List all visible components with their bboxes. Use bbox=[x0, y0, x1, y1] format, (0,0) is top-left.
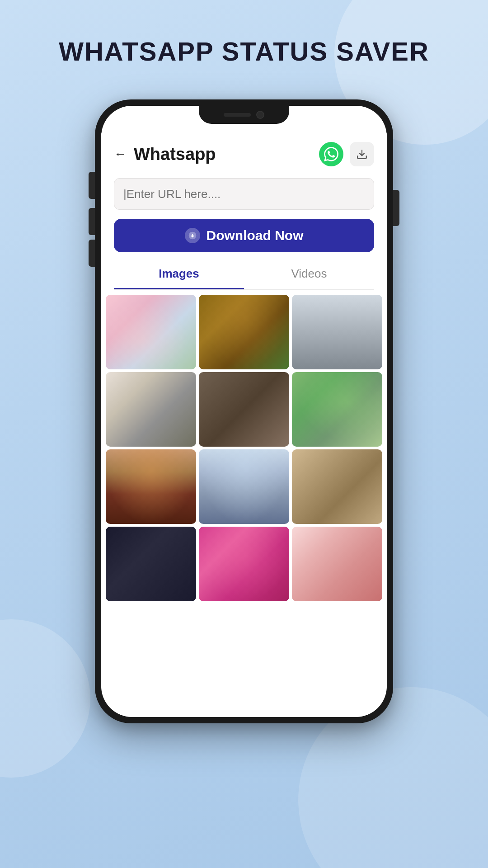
list-item[interactable] bbox=[199, 527, 289, 601]
app-header: ← Whatsapp bbox=[101, 133, 387, 174]
download-tray-icon bbox=[356, 148, 368, 160]
page-title: WHATSAPP STATUS SAVER bbox=[0, 36, 488, 66]
list-item[interactable] bbox=[199, 449, 289, 524]
tab-images[interactable]: Images bbox=[114, 259, 244, 289]
list-item[interactable] bbox=[106, 449, 196, 524]
list-item[interactable] bbox=[292, 372, 382, 447]
tab-videos[interactable]: Videos bbox=[244, 259, 374, 289]
download-now-button[interactable]: Download Now bbox=[114, 219, 374, 252]
app-content: ← Whatsapp bbox=[101, 106, 387, 717]
header-title: Whatsapp bbox=[134, 145, 319, 164]
download-arrow-icon bbox=[188, 231, 197, 240]
back-button[interactable]: ← bbox=[114, 147, 127, 161]
list-item[interactable] bbox=[106, 527, 196, 601]
list-item[interactable] bbox=[292, 527, 382, 601]
list-item[interactable] bbox=[199, 372, 289, 447]
download-tray-button[interactable] bbox=[350, 142, 374, 166]
notch-camera bbox=[256, 111, 264, 119]
notch-speaker bbox=[224, 113, 251, 117]
phone-screen: ← Whatsapp bbox=[101, 106, 387, 717]
list-item[interactable] bbox=[292, 449, 382, 524]
list-item[interactable] bbox=[106, 295, 196, 369]
download-btn-label: Download Now bbox=[206, 228, 304, 243]
image-grid bbox=[101, 290, 387, 601]
download-btn-icon bbox=[185, 228, 200, 243]
bg-decoration-left bbox=[0, 619, 90, 778]
list-item[interactable] bbox=[199, 295, 289, 369]
url-input-container bbox=[101, 174, 387, 214]
list-item[interactable] bbox=[292, 295, 382, 369]
list-item[interactable] bbox=[106, 372, 196, 447]
tab-bar: Images Videos bbox=[114, 259, 374, 290]
phone-notch bbox=[199, 106, 289, 124]
phone-frame: ← Whatsapp bbox=[95, 99, 393, 723]
url-input[interactable] bbox=[114, 178, 374, 210]
download-button-container: Download Now bbox=[101, 214, 387, 259]
whatsapp-icon bbox=[324, 147, 338, 161]
whatsapp-icon-button[interactable] bbox=[319, 142, 343, 166]
